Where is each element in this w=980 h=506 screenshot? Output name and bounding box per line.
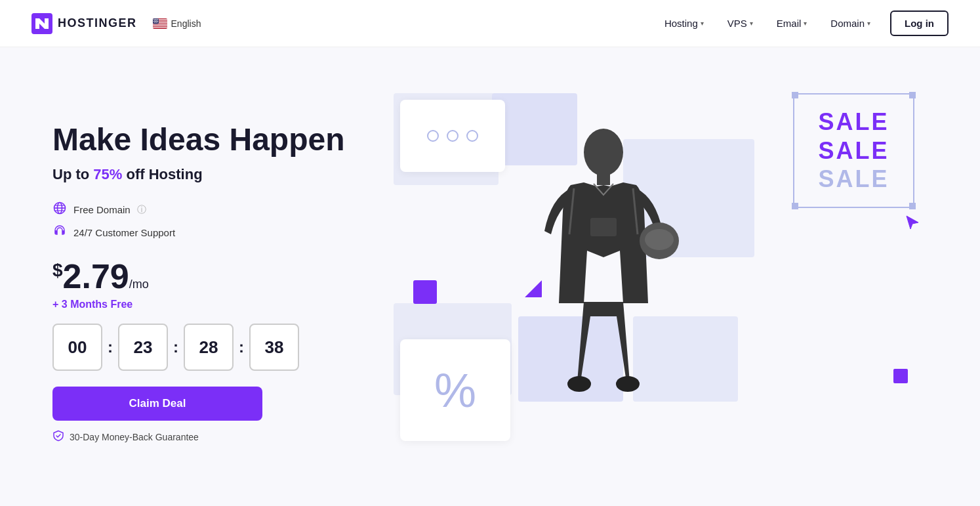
- svg-point-22: [157, 20, 157, 21]
- svg-point-25: [155, 22, 156, 22]
- svg-point-19: [154, 20, 155, 21]
- countdown-timer: 00 : 23 : 28 : 38: [52, 324, 367, 371]
- price-block: $2.79/mo: [52, 259, 367, 293]
- svg-point-18: [153, 20, 153, 21]
- svg-point-9: [153, 18, 153, 19]
- sale-corner-br: [909, 203, 916, 209]
- svg-point-39: [616, 376, 640, 392]
- svg-rect-35: [597, 173, 610, 185]
- info-icon[interactable]: ⓘ: [137, 204, 146, 216]
- svg-point-34: [584, 129, 623, 176]
- svg-point-15: [155, 20, 155, 20]
- us-flag-icon: [153, 18, 167, 29]
- logo[interactable]: HOSTINGER: [31, 13, 137, 34]
- svg-point-20: [155, 20, 155, 21]
- chevron-down-icon: ▾: [701, 20, 704, 27]
- svg-point-26: [157, 22, 157, 22]
- countdown-seconds: 28: [184, 324, 234, 371]
- hero-section: Make Ideas Happen Up to 75% off Hosting …: [52, 123, 367, 445]
- subheadline: Up to 75% off Hosting: [52, 166, 367, 183]
- svg-point-12: [156, 18, 157, 19]
- svg-rect-5: [153, 24, 167, 24]
- login-button[interactable]: Log in: [890, 11, 949, 36]
- deco-purple-square-3: [893, 369, 908, 383]
- countdown-sep-1: :: [102, 338, 118, 356]
- chevron-down-icon: ▾: [804, 20, 807, 27]
- feature-support: 24/7 Customer Support: [52, 224, 367, 241]
- shield-icon: [52, 430, 64, 444]
- card-percent: %: [400, 339, 510, 441]
- svg-point-21: [156, 20, 157, 21]
- svg-point-10: [154, 18, 155, 19]
- navbar-right: Hosting ▾ VPS ▾ Email ▾ Domain ▾ Log in: [655, 11, 949, 36]
- svg-point-13: [157, 18, 157, 19]
- nav-domain[interactable]: Domain ▾: [821, 12, 880, 34]
- main-content: Make Ideas Happen Up to 75% off Hosting …: [0, 47, 980, 506]
- claim-deal-button[interactable]: Claim Deal: [52, 387, 262, 421]
- svg-point-24: [155, 22, 155, 22]
- months-free-label: + 3 Months Free: [52, 299, 367, 310]
- navbar-left: HOSTINGER: [31, 13, 201, 34]
- feature-free-domain: Free Domain ⓘ: [52, 201, 367, 218]
- percent-symbol: %: [434, 367, 476, 414]
- svg-point-37: [645, 229, 674, 250]
- svg-point-14: [153, 20, 154, 20]
- countdown-centiseconds: 38: [249, 324, 299, 371]
- features-list: Free Domain ⓘ 24/7 Customer Support: [52, 201, 367, 241]
- svg-rect-7: [153, 27, 167, 28]
- page-title: Make Ideas Happen: [52, 123, 367, 158]
- circle-dot-2: [447, 130, 459, 142]
- deco-purple-square-1: [413, 280, 437, 304]
- circle-dot-1: [427, 130, 439, 142]
- hero-person-image: [499, 87, 708, 494]
- card-sale: SALE SALE SALE: [793, 93, 914, 208]
- svg-point-11: [155, 18, 155, 19]
- svg-point-16: [155, 20, 156, 20]
- guarantee-text: 30-Day Money-Back Guarantee: [52, 430, 367, 444]
- countdown-hours: 00: [52, 324, 102, 371]
- svg-rect-40: [590, 218, 617, 236]
- circle-dot-3: [466, 130, 478, 142]
- navbar: HOSTINGER: [0, 0, 980, 47]
- person-silhouette: [512, 113, 695, 494]
- hero-decorative: % SALE SALE SALE: [394, 87, 928, 480]
- nav-email[interactable]: Email ▾: [767, 12, 817, 34]
- sale-corner-tl: [792, 92, 798, 98]
- countdown-sep-2: :: [168, 338, 184, 356]
- chevron-down-icon: ▾: [750, 20, 753, 27]
- sale-corner-bl: [792, 203, 798, 209]
- headset-icon: [52, 224, 67, 241]
- svg-rect-33: [62, 230, 64, 234]
- svg-rect-32: [55, 230, 57, 234]
- svg-point-17: [157, 20, 157, 20]
- chevron-down-icon: ▾: [867, 20, 870, 27]
- language-label: English: [171, 18, 201, 29]
- price-display: $2.79/mo: [52, 257, 149, 295]
- nav-hosting[interactable]: Hosting ▾: [655, 12, 713, 34]
- sale-corner-tr: [909, 92, 916, 98]
- globe-icon: [52, 201, 67, 218]
- svg-rect-6: [153, 25, 167, 26]
- logo-icon: [31, 13, 52, 34]
- sale-text-3: SALE: [818, 165, 889, 192]
- sale-text-2: SALE: [818, 137, 889, 164]
- sale-text-1: SALE: [818, 108, 889, 135]
- language-selector[interactable]: English: [153, 18, 201, 29]
- countdown-minutes: 23: [118, 324, 168, 371]
- card-circles: [400, 100, 505, 172]
- countdown-sep-3: :: [234, 338, 249, 356]
- svg-point-38: [567, 376, 591, 392]
- svg-point-23: [153, 22, 154, 22]
- cursor-icon: [904, 215, 921, 236]
- logo-text: HOSTINGER: [58, 16, 137, 30]
- nav-vps[interactable]: VPS ▾: [718, 12, 762, 34]
